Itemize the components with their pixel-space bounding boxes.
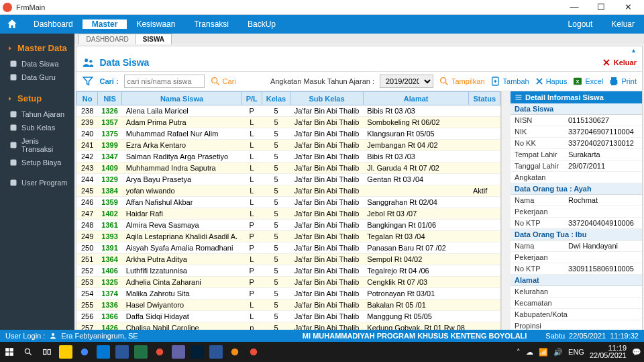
taskbar-app[interactable] <box>209 345 223 359</box>
tambah-button[interactable]: Tambah <box>490 76 529 87</box>
svg-rect-4 <box>11 142 17 148</box>
menu-logout[interactable]: Logout <box>559 19 602 29</box>
col-header[interactable]: Kelas <box>262 92 290 105</box>
menu-master[interactable]: Master <box>83 19 127 29</box>
tray-wifi-icon[interactable]: 📶 <box>539 348 548 357</box>
sidebar-item[interactable]: Data Siswa <box>7 57 68 71</box>
menu-kesiswaan[interactable]: Kesiswaan <box>127 19 184 29</box>
table-row[interactable]: 2471402Haidar RafiL5Ja'far Bin Abi Thali… <box>77 208 500 220</box>
table-row[interactable]: 2561366Daffa Sidqi HidayatL5Ja'far Bin A… <box>77 311 500 322</box>
system-tray[interactable]: ˄ ☁ 📶 🔊 ENG 11:19 22/05/2021 💬 <box>517 345 641 359</box>
taskbar-app[interactable] <box>78 345 91 359</box>
panel-exit-button[interactable]: Keluar <box>602 58 637 67</box>
col-header[interactable]: Nama Siswa <box>122 92 241 105</box>
tampilkan-button[interactable]: Tampilkan <box>439 76 485 87</box>
taskbar-search-icon[interactable] <box>21 345 35 359</box>
collapse-caret-icon[interactable]: ▴ <box>76 46 642 54</box>
table-row[interactable]: 2481361Almira Reva SasmayaP5Ja'far Bin A… <box>77 220 500 231</box>
detail-row: Pekerjaan <box>511 206 642 218</box>
table-row[interactable]: 2381326Alena Laila MaricelP5Ja'far Bin A… <box>77 105 500 117</box>
col-header[interactable]: Status <box>469 92 500 105</box>
svg-point-25 <box>81 349 89 356</box>
sidebar-item[interactable]: Jenis Transaksi <box>7 134 68 156</box>
svg-rect-19 <box>10 348 13 351</box>
minimize-button[interactable]: — <box>561 2 588 12</box>
data-table-container[interactable]: NoNISNama SiswaP/LKelasSub KelasAlamatSt… <box>76 91 501 330</box>
table-row[interactable]: 2541374Malika Zahrotu SitaP5Ja'far Bin A… <box>77 288 500 300</box>
table-row[interactable]: 2461359Affan Nafishul AkbarL5Ja'far Bin … <box>77 197 500 208</box>
tab-siswa[interactable]: SISWA <box>136 34 172 44</box>
filter-icon[interactable] <box>82 75 94 87</box>
close-button[interactable]: ✕ <box>614 2 641 12</box>
sidebar-item[interactable]: Sub Kelas <box>7 121 68 134</box>
sidebar-group[interactable]: Master Data <box>7 43 68 53</box>
menu-dashboard[interactable]: Dashboard <box>24 19 83 29</box>
tray-notification-icon[interactable]: 💬 <box>632 348 641 357</box>
task-view-icon[interactable] <box>40 345 54 359</box>
taskbar-app[interactable] <box>153 345 166 359</box>
taskbar-app[interactable] <box>247 345 260 359</box>
taskbar-app[interactable] <box>97 345 110 359</box>
col-header[interactable]: Sub Kelas <box>290 92 364 105</box>
menu-transaksi[interactable]: Transaksi <box>184 19 238 29</box>
taskbar-app[interactable] <box>228 345 241 359</box>
sidebar-item[interactable]: Setup Biaya <box>7 156 68 169</box>
sidebar-item[interactable]: Tahun Ajaran <box>7 107 68 121</box>
print-button[interactable]: Print <box>608 76 637 87</box>
table-row[interactable]: 2441329Arya Bayu PrasetyaL5Ja'far Bin Ab… <box>77 174 500 185</box>
menu-backup[interactable]: BackUp <box>238 19 285 29</box>
table-row[interactable]: 2431409Muhhammad Indra SaputraL5Ja'far B… <box>77 163 500 174</box>
svg-rect-21 <box>10 353 13 356</box>
table-row[interactable]: 2491393Aqila Lestapriana Khalidi Asadil … <box>77 231 500 242</box>
scrollbar[interactable] <box>501 91 511 330</box>
detail-row: Kecamatan <box>511 298 642 309</box>
hapus-button[interactable]: Hapus <box>535 77 568 86</box>
detail-header: Detail Informasi Siswa <box>511 91 642 103</box>
svg-point-7 <box>85 58 89 62</box>
maximize-button[interactable]: ☐ <box>588 2 614 12</box>
search-label: Cari : <box>99 77 118 85</box>
sidebar-item[interactable]: Data Guru <box>7 71 68 84</box>
col-header[interactable]: P/L <box>241 92 262 105</box>
table-row[interactable]: 2531325Adhelia Cinta ZaharaniP5Ja'far Bi… <box>77 277 500 288</box>
angkatan-select[interactable]: 2019/2020 <box>380 75 433 88</box>
search-input[interactable] <box>124 75 205 88</box>
taskbar-app[interactable] <box>134 345 148 359</box>
table-row[interactable]: 2521406Luthfifi IzzatunnisaP5Ja'far Bin … <box>77 265 500 277</box>
table-row[interactable]: 2511364Arkha Putra AdityaL5Ja'far Bin Ab… <box>77 254 500 265</box>
table-row[interactable]: 2571426Chalisa Nabil Carolinep5Ja'far Bi… <box>77 322 500 330</box>
start-button[interactable] <box>3 345 16 359</box>
search-button[interactable]: Cari <box>210 76 236 87</box>
col-header[interactable]: Alamat <box>363 92 469 105</box>
table-row[interactable]: 2421347Salman Raditya Arga PrasetiyoL5Ja… <box>77 151 500 163</box>
tray-lang[interactable]: ENG <box>568 348 584 356</box>
tray-cloud-icon[interactable]: ☁ <box>526 348 533 357</box>
tab-dashboard[interactable]: DASHBOARD <box>78 34 136 44</box>
taskbar-app[interactable] <box>172 345 185 359</box>
tray-volume-icon[interactable]: 🔊 <box>553 348 563 357</box>
taskbar-app[interactable] <box>59 345 72 359</box>
col-header[interactable]: No <box>77 92 97 105</box>
table-row[interactable]: 2551336Hasel DwiyantoroL5Ja'far Bin Abi … <box>77 300 500 311</box>
toolbar: Cari : Cari Angkatan Masuk Tahun Ajaran … <box>76 71 642 91</box>
sidebar-group[interactable]: Setup <box>7 93 68 103</box>
sidebar-item[interactable]: User Program <box>7 176 68 189</box>
detail-section: Data Siswa <box>511 103 642 115</box>
svg-point-10 <box>441 78 446 83</box>
col-header[interactable]: NIS <box>97 92 121 105</box>
home-icon[interactable] <box>0 18 24 30</box>
detail-row: No KK3372040207130012 <box>511 138 642 149</box>
taskbar-app[interactable] <box>191 345 204 359</box>
tray-chevron-icon[interactable]: ˄ <box>517 348 521 357</box>
svg-rect-24 <box>48 350 50 355</box>
table-row[interactable]: 2451384yofan wiwandoL5Ja'far Bin Abi Tha… <box>77 185 500 197</box>
table-row[interactable]: 2391357Adam Prima PutraL5Ja'far Bin Abi … <box>77 117 500 128</box>
table-row[interactable]: 2501391Aisyah Syafa Amalia RomadhaniP5Ja… <box>77 242 500 254</box>
detail-row: Kelurahan <box>511 286 642 298</box>
taskbar-app[interactable] <box>115 345 129 359</box>
table-row[interactable]: 2401375Muhammad Rafael Nur AlimL5Ja'far … <box>77 128 500 140</box>
excel-button[interactable]: X Excel <box>572 76 603 87</box>
status-bar: User Login : Era Febtyaningrum, SE MI MU… <box>0 330 644 342</box>
menu-keluar[interactable]: Keluar <box>602 19 644 29</box>
table-row[interactable]: 2411399Ezra Arka KentaroL5Ja'far Bin Abi… <box>77 140 500 151</box>
